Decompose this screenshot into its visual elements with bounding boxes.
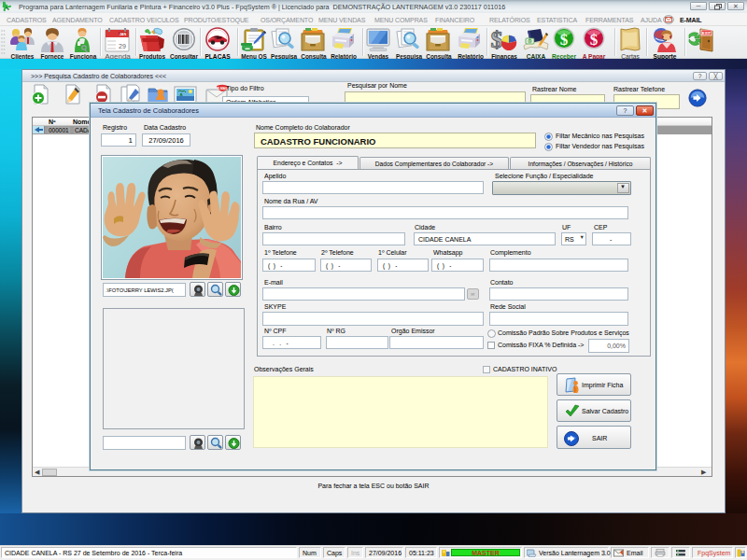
svg-text:$: $ bbox=[560, 31, 569, 49]
svg-text:29: 29 bbox=[119, 43, 126, 49]
svg-text:$: $ bbox=[529, 39, 531, 43]
svg-text:JAN: JAN bbox=[120, 33, 127, 36]
svg-text:$: $ bbox=[590, 31, 599, 49]
svg-text:EXIT: EXIT bbox=[702, 31, 712, 35]
svg-text:$: $ bbox=[491, 27, 503, 53]
